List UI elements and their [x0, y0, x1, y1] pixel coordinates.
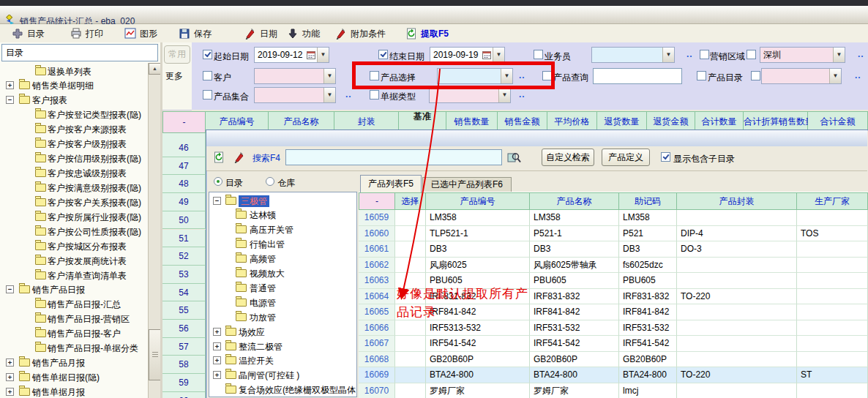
product-select-checkbox[interactable] — [370, 71, 379, 80]
expand-icon[interactable]: + — [6, 81, 14, 89]
product-row[interactable]: 16061DB3DB3DB3DO-3 — [359, 241, 868, 258]
product-define-button[interactable]: 产品定义 — [602, 149, 650, 166]
product-row[interactable]: 16066IRF5313-532IRF531-532IRF531-532 — [359, 320, 868, 337]
catalog-radio[interactable] — [214, 177, 222, 186]
custom-search-button[interactable]: 自定义检索 — [542, 149, 594, 166]
sidebar-item[interactable]: 客户按城区分布报表 — [0, 239, 148, 254]
sidebar-item[interactable]: 客户按忠诚级别报表 — [0, 166, 148, 181]
start-date-checkbox[interactable] — [203, 50, 212, 59]
row-number[interactable]: 47 — [162, 157, 206, 176]
sidebar-item[interactable]: 退换单列表 — [0, 64, 148, 79]
sidebar-item[interactable]: −客户报表 — [0, 93, 148, 108]
dialog-titlebar[interactable]: 选择产品 — [206, 130, 867, 147]
product-catalog-combobox[interactable]: ▼ — [761, 68, 842, 84]
product-select-cell[interactable] — [395, 320, 426, 337]
product-select-cell[interactable] — [395, 383, 426, 398]
row-number[interactable]: 56 — [162, 320, 206, 338]
expand-icon[interactable]: + — [213, 371, 221, 379]
sidebar-item[interactable]: +销售产品月报 — [0, 356, 148, 370]
catalog-tree-item[interactable]: 高频管 — [209, 252, 356, 266]
sidebar-scrollbar[interactable]: ▲ — [148, 63, 161, 398]
toolbar-button-5[interactable]: 日期 — [244, 26, 277, 41]
product-row[interactable]: 16070罗姆厂家罗姆厂家lmcj — [359, 383, 868, 398]
common-button[interactable]: 常用 — [164, 45, 190, 64]
product-select-cell[interactable] — [395, 367, 426, 383]
scroll-up-icon[interactable]: ▲ — [149, 63, 161, 75]
product-column-header[interactable]: - — [359, 192, 395, 210]
product-row[interactable]: 16068GB20B60PGB20B60PGB20B60P — [359, 352, 868, 368]
product-catalog-more-button[interactable]: .. — [855, 70, 861, 80]
product-row[interactable]: 16069BTA24-800BTA24-800BTA24-800TO-220ST — [359, 367, 868, 383]
tab-product-list[interactable]: 产品列表F5 — [360, 175, 422, 192]
salesman-more-button[interactable]: .. — [686, 49, 693, 59]
start-date-input[interactable]: 2019-09-12 ▼ — [254, 47, 329, 63]
toolbar-button-8[interactable]: 提取F5 — [405, 26, 449, 41]
end-date-checkbox[interactable] — [378, 50, 388, 59]
end-date-input[interactable]: 2019-09-19 ▼ — [430, 47, 505, 63]
toolbar-button-3[interactable]: 图形 — [124, 26, 157, 41]
more-button[interactable]: 更多 — [165, 70, 183, 83]
collapse-icon[interactable]: − — [213, 197, 221, 205]
salesman-checkbox[interactable] — [534, 50, 543, 59]
toolbar-button-4[interactable]: 保存 — [179, 26, 212, 41]
row-number[interactable]: 52 — [162, 247, 206, 266]
magnifier-icon[interactable] — [506, 149, 523, 165]
collapse-icon[interactable]: − — [6, 96, 14, 104]
row-number[interactable]: 58 — [162, 356, 206, 374]
doc-type-checkbox[interactable] — [370, 90, 379, 100]
region-checkbox[interactable] — [700, 50, 709, 59]
expand-icon[interactable]: + — [213, 356, 221, 364]
product-select-cell[interactable] — [395, 226, 426, 242]
collapse-icon[interactable]: − — [6, 285, 14, 293]
catalog-tree-item[interactable]: +场效应 — [209, 325, 356, 339]
row-number[interactable]: 60 — [162, 392, 206, 398]
edit-pen-icon[interactable] — [231, 149, 247, 165]
sidebar-item[interactable]: 客户按客户关系报表(隐) — [0, 195, 148, 210]
customer-checkbox[interactable] — [203, 71, 212, 80]
product-row[interactable]: 16060TLP521-1P521-1P521DIP-4TOS — [359, 226, 868, 242]
expand-icon[interactable]: + — [213, 342, 221, 350]
product-select-cell[interactable] — [395, 352, 426, 368]
row-number[interactable]: 49 — [162, 193, 206, 211]
sidebar-item[interactable]: 客户按满意级别报表(隐) — [0, 181, 148, 195]
product-column-header[interactable]: 选择 — [395, 192, 426, 210]
chevron-down-icon[interactable]: ▼ — [323, 69, 335, 83]
sidebar-item[interactable]: 客户清单查询清单表 — [0, 269, 148, 283]
sidebar-item[interactable]: 客户按公司性质报表(隐) — [0, 225, 148, 239]
expand-icon[interactable]: + — [6, 373, 14, 381]
product-set-more-button[interactable]: .. — [345, 89, 352, 100]
sidebar-item[interactable]: 客户按发展商统计表 — [0, 254, 148, 269]
product-set-combobox[interactable]: ▼ — [254, 87, 336, 103]
sidebar-item[interactable]: +销售单据月报 — [0, 385, 148, 398]
product-row[interactable]: 16062风扇6025风扇6025带轴承fs6025dzc — [359, 258, 868, 274]
product-column-header[interactable]: 产品编号 — [426, 192, 530, 210]
catalog-tree-item[interactable]: 高压开关管 — [209, 222, 356, 237]
product-select-combobox[interactable]: ▼ — [437, 68, 513, 84]
sidebar-item[interactable]: 客户按客户来源报表 — [0, 122, 148, 137]
sidebar-item[interactable]: −销售产品日报 — [0, 282, 148, 297]
product-set-checkbox[interactable] — [203, 90, 212, 100]
refresh-icon[interactable] — [211, 149, 227, 165]
toolbar-button-7[interactable]: 附加条件 — [335, 26, 386, 41]
product-select-cell[interactable] — [395, 336, 426, 352]
chevron-down-icon[interactable]: ▼ — [662, 48, 674, 62]
product-select-cell[interactable] — [395, 210, 426, 226]
expand-icon[interactable]: + — [6, 358, 14, 367]
chevron-down-icon[interactable]: ▼ — [501, 69, 512, 83]
expand-icon[interactable]: + — [6, 388, 14, 396]
region-more-button[interactable]: .. — [858, 49, 864, 59]
product-row[interactable]: 16059LM358LM358LM358 — [359, 210, 868, 226]
customer-combobox[interactable]: ▼ — [254, 68, 336, 84]
row-number[interactable]: 55 — [162, 301, 206, 320]
product-column-header[interactable]: 助记码 — [619, 192, 677, 210]
sidebar-item[interactable]: 客户按所属行业报表(隐) — [0, 210, 148, 225]
catalog-tree-item[interactable]: 功放管 — [209, 310, 356, 325]
toolbar-button-6[interactable]: 功能 — [287, 26, 320, 41]
search-input[interactable] — [285, 149, 502, 165]
catalog-tree-item[interactable]: 复合场效应(绝缘栅双极型晶体 — [209, 383, 356, 397]
product-column-header[interactable]: 生产厂家 — [797, 192, 868, 210]
chevron-down-icon[interactable]: ▼ — [317, 48, 329, 62]
sidebar-item[interactable]: 销售产品日报-客户 — [0, 326, 148, 341]
sidebar-item[interactable]: +销售类单据明细 — [0, 78, 148, 93]
sidebar-item[interactable]: 销售产品日报-汇总 — [0, 297, 148, 312]
